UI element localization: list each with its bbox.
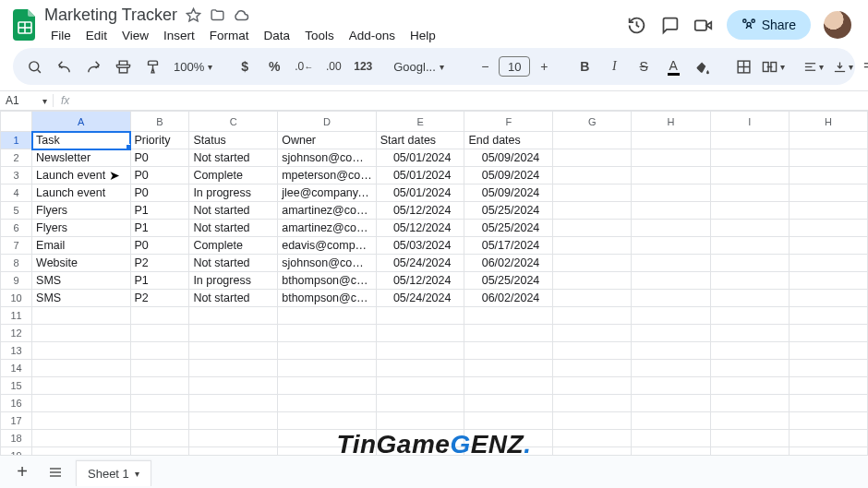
cell[interactable] [553, 132, 632, 149]
cell[interactable]: P2 [130, 290, 189, 307]
cell[interactable] [789, 132, 867, 149]
menu-edit[interactable]: Edit [79, 27, 114, 44]
cell[interactable]: 05/12/2024 [376, 220, 464, 237]
menu-tools[interactable]: Tools [298, 27, 341, 44]
cell[interactable] [189, 430, 278, 447]
cell[interactable] [632, 167, 710, 184]
cell[interactable] [553, 255, 632, 272]
cell[interactable] [553, 272, 632, 290]
cell[interactable] [632, 395, 710, 412]
italic-icon[interactable]: I [602, 54, 626, 79]
cell[interactable] [710, 307, 789, 325]
cell[interactable]: P1 [130, 272, 189, 290]
cell[interactable] [789, 290, 867, 307]
cell[interactable] [130, 447, 189, 456]
doc-title[interactable]: Marketing Tracker [44, 6, 177, 25]
cell[interactable] [789, 255, 867, 272]
cell[interactable]: Not started [189, 220, 278, 237]
cell[interactable] [632, 132, 710, 149]
cell[interactable] [376, 447, 464, 456]
print-icon[interactable] [111, 54, 135, 79]
cell[interactable] [278, 447, 376, 456]
cell[interactable]: Complete [189, 167, 278, 184]
cell[interactable]: P0 [130, 237, 189, 255]
cell[interactable] [464, 447, 553, 456]
cell[interactable] [632, 255, 710, 272]
v-align-icon[interactable]: ▾ [831, 54, 855, 79]
select-all-corner[interactable] [1, 112, 32, 132]
cell[interactable]: 05/12/2024 [376, 272, 464, 290]
cell[interactable]: In progress [189, 272, 278, 290]
cell[interactable] [376, 395, 464, 412]
cell[interactable] [710, 237, 789, 255]
cell[interactable] [553, 395, 632, 412]
cell[interactable] [464, 342, 553, 360]
row-header[interactable]: 10 [1, 290, 32, 307]
font-size-decrement[interactable]: − [473, 54, 497, 79]
cell[interactable] [553, 430, 632, 447]
cell[interactable]: Not started [189, 290, 278, 307]
row-header[interactable]: 16 [1, 395, 32, 412]
account-avatar[interactable] [824, 11, 851, 39]
cell[interactable]: edavis@company... [278, 237, 376, 255]
cell[interactable] [632, 430, 710, 447]
cell[interactable]: bthompson@com... [278, 272, 376, 290]
row-header[interactable]: 12 [1, 325, 32, 342]
cell[interactable] [789, 167, 867, 184]
cell[interactable] [710, 132, 789, 149]
cell[interactable]: mpeterson@com... [278, 167, 376, 184]
cell[interactable]: Owner [278, 132, 376, 149]
cell[interactable]: End dates [464, 132, 553, 149]
cell[interactable] [278, 430, 376, 447]
paint-format-icon[interactable] [140, 54, 164, 79]
cell[interactable] [278, 395, 376, 412]
cell[interactable]: 05/09/2024 [464, 184, 553, 202]
cell[interactable] [710, 430, 789, 447]
cell[interactable] [464, 430, 553, 447]
borders-icon[interactable] [731, 54, 755, 79]
cell[interactable] [710, 255, 789, 272]
cell[interactable]: Flyers [32, 220, 130, 237]
cell[interactable] [32, 430, 130, 447]
menu-add-ons[interactable]: Add-ons [343, 27, 402, 44]
row-header[interactable]: 13 [1, 342, 32, 360]
cell[interactable] [464, 395, 553, 412]
cell[interactable]: 05/09/2024 [464, 167, 553, 184]
cell[interactable] [710, 412, 789, 430]
row-header[interactable]: 15 [1, 377, 32, 395]
fill-color-icon[interactable] [691, 54, 715, 79]
sheets-logo-icon[interactable] [13, 9, 37, 41]
cell[interactable] [189, 447, 278, 456]
cell[interactable] [632, 360, 710, 377]
cell[interactable] [710, 149, 789, 167]
cell[interactable] [789, 447, 867, 456]
cell[interactable] [710, 290, 789, 307]
cell[interactable]: In progress [189, 184, 278, 202]
cell[interactable] [632, 149, 710, 167]
cell[interactable]: 05/25/2024 [464, 202, 553, 220]
menu-file[interactable]: File [44, 27, 78, 44]
cell[interactable] [789, 307, 867, 325]
cell[interactable]: amartinez@comp... [278, 220, 376, 237]
merge-cells-icon[interactable]: ▾ [761, 54, 785, 79]
cell[interactable] [130, 360, 189, 377]
col-header[interactable]: I [710, 112, 789, 132]
cell[interactable]: Task [32, 132, 130, 149]
cell[interactable]: P0 [130, 149, 189, 167]
cell[interactable]: P1 [130, 202, 189, 220]
row-header[interactable]: 2 [1, 149, 32, 167]
cell[interactable] [632, 290, 710, 307]
cell[interactable] [32, 342, 130, 360]
cell[interactable]: Flyers [32, 202, 130, 220]
cell[interactable] [710, 395, 789, 412]
cell[interactable] [130, 325, 189, 342]
cell[interactable]: Start dates [376, 132, 464, 149]
cell[interactable] [278, 307, 376, 325]
cell[interactable] [464, 412, 553, 430]
share-button[interactable]: Share [727, 10, 811, 40]
cell[interactable] [32, 325, 130, 342]
cell[interactable] [376, 377, 464, 395]
cell[interactable] [189, 342, 278, 360]
col-header[interactable]: F [464, 112, 553, 132]
cell[interactable]: P2 [130, 255, 189, 272]
